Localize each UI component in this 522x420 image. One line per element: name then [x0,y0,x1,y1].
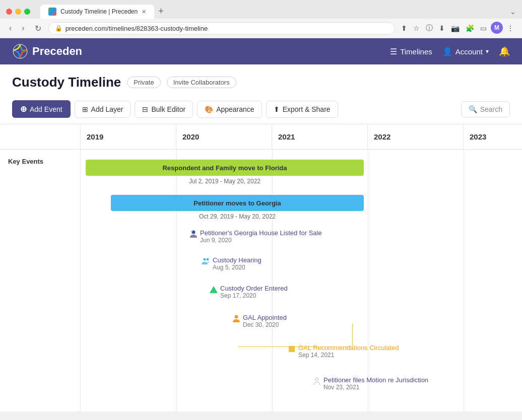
nav-right: ☰ Timelines 👤 Account ▾ 🔔 [390,46,510,57]
camera-icon[interactable]: 📷 [449,22,462,35]
palette-icon: 🎨 [205,105,213,113]
year-col-2022: 2022 [368,124,464,149]
year-col-2021: 2021 [272,124,368,149]
person-single-icon [232,314,241,323]
event-motion-title: Petitioner files Motion re Jurisdiction [323,376,428,384]
export-share-label: Export & Share [283,105,331,113]
event-gal-title: GAL Appointed [243,314,287,321]
new-tab-button[interactable]: + [154,4,168,19]
person-icon [189,230,198,239]
event-point-order[interactable]: Custody Order Entered Sep 17, 2020 [209,285,288,299]
person-dashed-icon [312,377,321,386]
download-icon[interactable]: ⬇ [437,22,447,35]
event-gal-rec-date: Sep 14, 2021 [298,352,399,359]
timelines-label: Timelines [400,47,432,56]
event-bar-petitioner-date: Oct 29, 2019 - May 20, 2022 [111,213,364,220]
back-button[interactable]: ‹ [6,23,15,34]
people-icon [202,257,211,266]
reload-button[interactable]: ↻ [32,23,44,34]
person-icon: 👤 [442,47,452,56]
hamburger-icon: ☰ [390,47,397,56]
event-order-title: Custody Order Entered [220,285,288,292]
grid-line-2021 [272,150,273,411]
address-bar[interactable]: 🔒 preceden.com/timelines/828363-custody-… [48,22,395,35]
layers-icon: ⊞ [82,105,88,113]
grid-line-2022 [368,150,368,411]
bookmark-icon[interactable]: ☆ [411,22,422,35]
event-order-date: Sep 17, 2020 [220,292,288,299]
invite-collaborators-badge[interactable]: Invite Collaborators [167,77,236,88]
nav-account-link[interactable]: 👤 Account ▾ [442,47,489,56]
grid-line-2020 [176,150,177,411]
svg-marker-5 [210,286,218,293]
triangle-icon [209,285,218,294]
year-col-2023: 2023 [464,124,522,149]
tab-bar: Custody Timeline | Preceden ✕ + [40,4,506,19]
year-col-2019: 2019 [81,124,176,149]
add-layer-button[interactable]: ⊞ Add Layer [75,101,131,118]
browser-account-avatar[interactable]: M [491,22,503,34]
event-house-title: Petitioner's Georgia House Listed for Sa… [200,229,322,237]
search-box[interactable]: 🔍 Search [461,101,510,117]
add-event-label: Add Event [30,105,62,113]
maximize-button[interactable] [24,9,30,15]
toolbar: ⊕ Add Event ⊞ Add Layer ⊟ Bulk Editor 🎨 … [0,96,522,124]
tab-close-icon[interactable]: ✕ [142,9,146,15]
sidebar-icon[interactable]: ▭ [478,22,489,35]
year-cols: 2019 2020 2021 2022 2023 [81,124,522,149]
event-point-motion[interactable]: Petitioner files Motion re Jurisdiction … [312,376,428,391]
event-point-hearing[interactable]: Custody Hearing Aug 5, 2020 [202,256,262,271]
event-point-house[interactable]: Petitioner's Georgia House Listed for Sa… [189,229,322,244]
appearance-button[interactable]: 🎨 Appearance [197,101,262,118]
timeline-area: 2019 2020 2021 2022 2023 Key Events [0,124,522,411]
browser-toolbar: ‹ › ↻ 🔒 preceden.com/timelines/828363-cu… [0,19,522,38]
svg-point-4 [207,258,209,261]
traffic-lights [6,9,30,15]
svg-point-6 [235,315,238,319]
year-col-2020: 2020 [176,124,272,149]
timeline-header: 2019 2020 2021 2022 2023 [0,124,522,150]
timeline-label-col-header [0,124,81,149]
timeline-body: Key Events Respondent and Family move to… [0,150,522,411]
event-motion-date: Nov 23, 2021 [323,384,428,391]
tab-favicon [48,8,56,16]
section-label: Key Events [0,150,81,411]
event-hearing-title: Custody Hearing [213,256,262,264]
bulk-editor-button[interactable]: ⊟ Bulk Editor [135,101,193,118]
browser-titlebar: Custody Timeline | Preceden ✕ + ⌄ [0,0,522,19]
close-button[interactable] [6,9,12,15]
private-badge[interactable]: Private [127,77,160,88]
url-text: preceden.com/timelines/828363-custody-ti… [66,25,208,32]
nav-timelines-link[interactable]: ☰ Timelines [390,47,432,56]
event-bar-petitioner-title: Petitioner moves to Georgia [193,199,281,207]
add-event-button[interactable]: ⊕ Add Event [12,100,71,118]
minimize-button[interactable] [15,9,21,15]
app-container: Preceden ☰ Timelines 👤 Account ▾ 🔔 Custo… [0,38,522,411]
nav-logo[interactable]: Preceden [12,43,82,59]
logo-icon [12,43,28,59]
forward-button[interactable]: › [19,23,27,34]
event-bar-respondent[interactable]: Respondent and Family move to Florida [86,160,364,176]
app-nav: Preceden ☰ Timelines 👤 Account ▾ 🔔 [0,38,522,64]
event-bar-petitioner[interactable]: Petitioner moves to Georgia [111,195,364,211]
active-tab[interactable]: Custody Timeline | Preceden ✕ [40,5,154,19]
export-share-button[interactable]: ⬆ Export & Share [266,101,338,118]
search-placeholder: Search [480,105,502,113]
tab-chevron-icon[interactable]: ⌄ [510,8,516,16]
account-label: Account [455,47,483,56]
lock-icon: 🔒 [55,25,62,32]
browser-window: Custody Timeline | Preceden ✕ + ⌄ ‹ › ↻ … [0,0,522,411]
browser-toolbar-icons: ⬆ ☆ ⓘ ⬇ 📷 🧩 ▭ M ⋮ [399,22,516,35]
notification-bell-icon[interactable]: 🔔 [499,46,510,57]
info-icon[interactable]: ⓘ [424,22,435,35]
extensions-icon[interactable]: 🧩 [464,22,476,35]
search-icon: 🔍 [469,105,477,113]
page-header: Custody Timeline Private Invite Collabor… [0,64,522,96]
svg-point-3 [204,258,206,261]
export-icon: ⬆ [274,105,280,113]
appearance-label: Appearance [216,105,254,113]
share-icon[interactable]: ⬆ [399,22,409,35]
account-chevron-icon: ▾ [486,48,489,55]
page-title: Custody Timeline [12,75,121,90]
menu-icon[interactable]: ⋮ [505,22,516,35]
